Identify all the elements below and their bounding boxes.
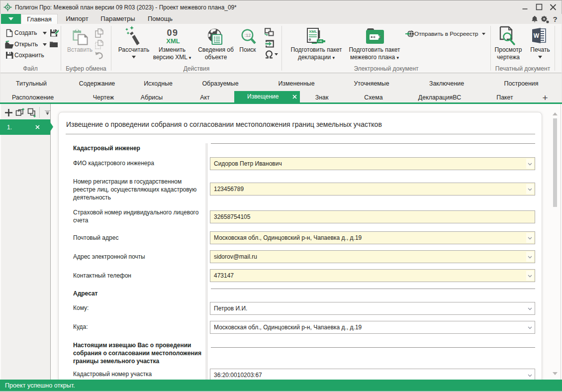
svg-text:XML: XML	[309, 29, 317, 34]
svg-text:W: W	[534, 32, 540, 39]
svg-text:?: ?	[553, 15, 557, 23]
svg-text::12: :12	[245, 33, 251, 38]
